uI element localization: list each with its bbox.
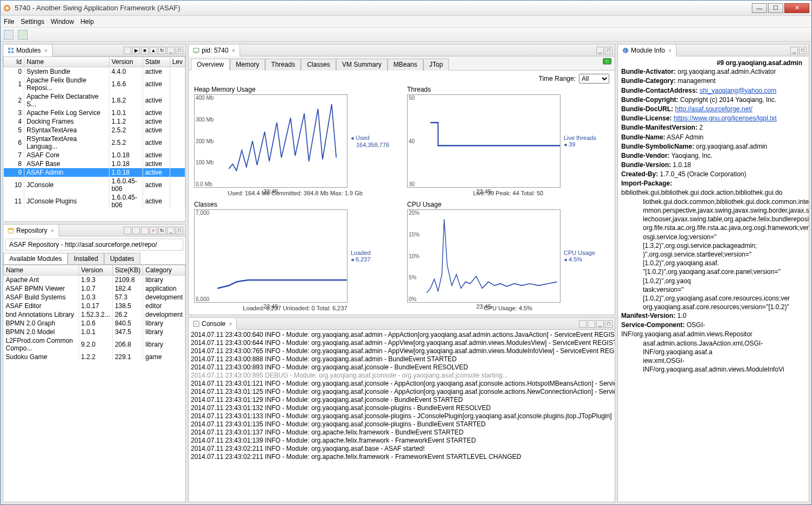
repo-tool-del[interactable]: × xyxy=(150,227,157,234)
minimize-button[interactable]: — xyxy=(752,3,767,13)
console-line: 2014.07.11 23:43:00:888 INFO - Module: o… xyxy=(191,355,613,363)
modules-table[interactable]: Id Name Version State Lev 0System Bundle… xyxy=(3,56,185,221)
console-tool-max[interactable]: □ xyxy=(605,320,613,328)
toolbar-button-1[interactable] xyxy=(4,30,14,40)
console-tool-1[interactable] xyxy=(579,320,587,328)
subtab-installed[interactable]: Installed xyxy=(68,253,104,264)
col-id[interactable]: Id xyxy=(4,57,24,67)
table-row[interactable]: 1Apache Felix Bundle Reposi...1.6.6activ… xyxy=(4,76,185,92)
pidtab-mbeans[interactable]: MBeans xyxy=(388,59,423,71)
pid-tool-max[interactable]: □ xyxy=(605,47,613,54)
modules-tool-up[interactable]: ▲ xyxy=(150,47,157,54)
contact-link[interactable]: shi_yaoqiang@yahoo.com xyxy=(700,87,777,94)
table-row[interactable]: 3Apache Felix Log Service1.0.1active xyxy=(4,108,185,117)
close-button[interactable]: ✕ xyxy=(784,3,809,13)
classes-chart[interactable]: 7,0006,000 23:45 xyxy=(194,209,347,303)
table-row[interactable]: BPMN 2.0 Model1.0.1347.5library xyxy=(4,328,185,336)
tab-console[interactable]: > Console × xyxy=(189,318,237,330)
console-tool-2[interactable] xyxy=(588,320,595,328)
close-icon[interactable]: × xyxy=(231,47,235,54)
modules-tool-refresh[interactable]: ↻ xyxy=(158,47,166,54)
close-icon[interactable]: × xyxy=(229,321,232,327)
table-row[interactable]: L2FProd.com Common Compo...9.2.0206.8lib… xyxy=(4,336,185,353)
tab-modules[interactable]: Modules × xyxy=(3,44,53,56)
console-tool-min[interactable]: _ xyxy=(596,320,604,328)
subtab-updates[interactable]: Updates xyxy=(104,253,140,264)
menu-window[interactable]: Window xyxy=(51,18,74,25)
window-title: 5740 - Another Swing Application Framewo… xyxy=(15,4,752,12)
close-icon[interactable]: × xyxy=(44,47,47,54)
table-row[interactable]: ASAF Editor1.0.17138.5editor xyxy=(4,302,185,310)
repository-icon xyxy=(8,227,14,234)
table-row[interactable]: 7ASAF Core1.0.18active xyxy=(4,151,185,159)
license-link[interactable]: https://www.gnu.org/licenses/lgpl.txt xyxy=(674,114,777,122)
col-name[interactable]: Name xyxy=(24,57,109,67)
svg-rect-4 xyxy=(8,51,10,53)
repo-tool-1[interactable] xyxy=(124,227,131,234)
repo-table[interactable]: Name Version Size(KB) Category Apache An… xyxy=(3,265,185,502)
table-row[interactable]: 11JConsole Plugins1.6.0.45-b06active xyxy=(4,193,185,209)
subtab-available[interactable]: Available Modules xyxy=(3,253,68,264)
table-row[interactable]: 6RSyntaxTextArea Languag...2.5.2active xyxy=(4,135,185,151)
repo-tool-refresh[interactable]: ↻ xyxy=(158,227,166,234)
titlebar: 5740 - Another Swing Application Framewo… xyxy=(1,1,811,16)
menu-settings[interactable]: Settings xyxy=(21,18,44,25)
repo-tool-2[interactable] xyxy=(132,227,140,234)
table-row[interactable]: 5RSyntaxTextArea2.5.2active xyxy=(4,126,185,135)
pidtab-vm[interactable]: VM Summary xyxy=(336,59,388,71)
repo-tool-max[interactable]: □ xyxy=(176,227,183,234)
table-row[interactable]: 2Apache Felix Declarative S...1.8.2activ… xyxy=(4,92,185,108)
info-tool-max[interactable]: □ xyxy=(799,47,807,54)
rcol-category[interactable]: Category xyxy=(143,265,185,276)
rcol-size[interactable]: Size(KB) xyxy=(112,265,143,276)
timerange-select[interactable]: All xyxy=(579,74,609,84)
tab-pid[interactable]: pid: 5740 × xyxy=(189,44,240,56)
heap-chart[interactable]: 400 Mb300 Mb200 Mb100 Mb0.0 Mb 23:45 xyxy=(194,94,347,188)
repo-tool-min[interactable]: _ xyxy=(167,227,175,234)
pidtab-overview[interactable]: Overview xyxy=(191,59,230,71)
table-row[interactable]: bnd Annotations Library1.52.3.2...26.2de… xyxy=(4,310,185,319)
pidtab-threads[interactable]: Threads xyxy=(265,59,301,71)
table-row[interactable]: Sudoku Game1.2.2229.1game xyxy=(4,353,185,361)
table-row[interactable]: ASAF BPMN Viewer1.0.7182.4application xyxy=(4,284,185,293)
pidtab-classes[interactable]: Classes xyxy=(301,59,336,71)
table-row[interactable]: BPMN 2.0 Graph1.0.6840.5library xyxy=(4,319,185,328)
col-state[interactable]: State xyxy=(143,57,170,67)
col-version[interactable]: Version xyxy=(109,57,143,67)
table-row[interactable]: 9ASAF Admin1.0.18active xyxy=(4,168,185,177)
docurl-link[interactable]: http://asaf.sourceforge.net/ xyxy=(675,105,752,113)
info-tool-min[interactable]: _ xyxy=(790,47,798,54)
menu-help[interactable]: Help xyxy=(80,18,94,25)
rcol-name[interactable]: Name xyxy=(4,265,79,276)
console-output[interactable]: 2014.07.11 23:43:00:640 INFO - Module: o… xyxy=(189,330,615,502)
threads-chart[interactable]: 504030 23:45 xyxy=(407,94,560,188)
close-icon[interactable]: × xyxy=(50,227,54,234)
repo-url-field[interactable]: ASAF Repository - http://asaf.sourceforg… xyxy=(5,239,183,251)
svg-rect-2 xyxy=(8,48,10,50)
modules-tool-1[interactable] xyxy=(124,47,131,54)
table-row[interactable]: 10JConsole1.6.0.45-b06active xyxy=(4,177,185,193)
table-row[interactable]: 0System Bundle4.4.0active xyxy=(4,67,185,76)
rcol-version[interactable]: Version xyxy=(79,265,112,276)
menu-file[interactable]: File xyxy=(4,18,14,25)
table-row[interactable]: 4Docking Frames1.1.2active xyxy=(4,117,185,126)
tab-repository[interactable]: Repository × xyxy=(3,225,59,236)
modules-tool-min[interactable]: _ xyxy=(167,47,175,54)
table-row[interactable]: 8ASAF Base1.0.18active xyxy=(4,159,185,168)
toolbar-button-2[interactable] xyxy=(18,30,28,40)
pidtab-memory[interactable]: Memory xyxy=(230,59,265,71)
modules-tool-max[interactable]: □ xyxy=(176,47,183,54)
modules-tool-stop[interactable]: ■ xyxy=(141,47,149,54)
pid-tool-min[interactable]: _ xyxy=(596,47,604,54)
cpu-chart[interactable]: 20%15%10%5%0% 23:45 xyxy=(407,209,560,303)
table-row[interactable]: Apache Ant1.9.32109.8library xyxy=(4,276,185,285)
pidtab-jtop[interactable]: JTop xyxy=(423,59,449,71)
tab-module-info[interactable]: i Module Info × xyxy=(618,44,676,56)
close-icon[interactable]: × xyxy=(668,47,672,54)
modules-tool-play[interactable]: ▶ xyxy=(132,47,140,54)
col-lev[interactable]: Lev xyxy=(170,57,185,67)
maximize-button[interactable]: ☐ xyxy=(768,3,783,13)
table-row[interactable]: ASAF Build Systems1.0.357.3development xyxy=(4,293,185,302)
module-info-body[interactable]: #9 org.yaoqiang.asaf.admin Bundle-Activa… xyxy=(618,56,809,502)
repo-tool-3[interactable] xyxy=(141,227,149,234)
